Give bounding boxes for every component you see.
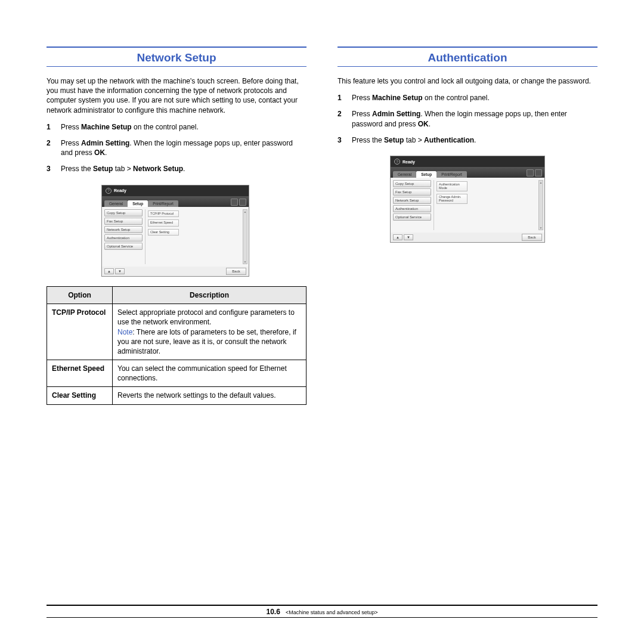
side-optional-service[interactable]: Optional Service — [104, 243, 143, 250]
tab-setup[interactable]: Setup — [128, 200, 148, 207]
table-row: Clear Setting Reverts the network settin… — [47, 387, 306, 404]
item-tcpip[interactable]: TCP/IP Protocol — [148, 210, 179, 218]
heading-network-setup: Network Setup — [47, 49, 306, 67]
ss-titlebar: ? Ready — [102, 185, 249, 196]
th-option: Option — [47, 286, 113, 304]
ss-body: Copy Setup Fax Setup Network Setup Authe… — [391, 178, 544, 233]
back-button[interactable]: Back — [226, 268, 246, 275]
ss-sidebar: Copy Setup Fax Setup Network Setup Authe… — [104, 209, 143, 264]
side-authentication[interactable]: Authentication — [104, 234, 143, 242]
tab-general[interactable]: General — [393, 171, 416, 178]
steps-network-setup: Press Machine Setup on the control panel… — [47, 122, 306, 180]
screenshot-authentication: ? Ready General Setup Print/Report Copy … — [390, 156, 545, 243]
nav-up-icon[interactable]: ▲ — [104, 268, 114, 274]
page-number: 10.6 — [266, 608, 280, 616]
toolbar-icon[interactable] — [231, 199, 238, 206]
ss-main: TCP/IP Protocol Ethernet Speed Clear Set… — [145, 209, 246, 264]
rule-top — [338, 47, 597, 48]
column-authentication: Authentication This feature lets you con… — [338, 47, 597, 405]
intro-network-setup: You may set up the network with the mach… — [47, 76, 306, 115]
side-copy-setup[interactable]: Copy Setup — [104, 209, 143, 216]
ss-sidebar: Copy Setup Fax Setup Network Setup Authe… — [393, 180, 431, 230]
tab-general[interactable]: General — [104, 200, 128, 207]
side-copy-setup[interactable]: Copy Setup — [393, 180, 431, 187]
ss-tabs: General Setup Print/Report — [391, 167, 544, 178]
table-row: Ethernet Speed You can select the commun… — [47, 360, 306, 387]
step-2: Press Admin Setting. When the login mess… — [338, 109, 597, 129]
ss-titlebar: ? Ready — [391, 156, 544, 167]
side-fax-setup[interactable]: Fax Setup — [393, 188, 431, 196]
opt-clear-setting: Clear Setting — [47, 387, 113, 404]
options-table: Option Description TCP/IP Protocol Selec… — [47, 286, 306, 405]
tab-print-report[interactable]: Print/Report — [436, 171, 467, 178]
toolbar-icon[interactable] — [535, 169, 542, 177]
intro-authentication: This feature lets you control and lock a… — [338, 76, 597, 86]
side-optional-service[interactable]: Optional Service — [393, 213, 431, 221]
step-1: Press Machine Setup on the control panel… — [338, 93, 597, 103]
nav-up-icon[interactable]: ▲ — [393, 234, 402, 240]
tab-setup[interactable]: Setup — [416, 171, 436, 178]
help-icon: ? — [106, 188, 112, 194]
toolbar-icon[interactable] — [527, 169, 534, 177]
item-auth-mode[interactable]: Authentication Mode — [436, 181, 467, 191]
opt-tcpip: TCP/IP Protocol — [47, 304, 113, 360]
chapter-title: <Machine status and advanced setup> — [286, 609, 378, 615]
item-change-admin-password[interactable]: Change Admin. Password — [436, 194, 467, 204]
screenshot-network-setup: ? Ready General Setup Print/Report Copy … — [101, 185, 249, 277]
step-3: Press the Setup tab > Network Setup. — [47, 164, 306, 174]
side-network-setup[interactable]: Network Setup — [104, 226, 143, 233]
step-3: Press the Setup tab > Authentication. — [338, 135, 597, 145]
ss-ready-label: Ready — [114, 188, 126, 193]
rule-top — [47, 47, 306, 48]
help-icon: ? — [394, 159, 400, 165]
ss-footer: ▲▼ Back — [102, 267, 249, 276]
side-authentication[interactable]: Authentication — [393, 205, 431, 212]
desc-ethernet-speed: You can select the communication speed f… — [113, 360, 306, 387]
opt-ethernet-speed: Ethernet Speed — [47, 360, 113, 387]
column-network-setup: Network Setup You may set up the network… — [47, 47, 306, 405]
nav-down-icon[interactable]: ▼ — [115, 268, 125, 274]
scrollbar[interactable] — [243, 209, 247, 264]
step-2: Press Admin Setting. When the login mess… — [47, 138, 306, 159]
ss-ready-label: Ready — [402, 160, 415, 164]
ss-main: Authentication Mode Change Admin. Passwo… — [434, 180, 542, 230]
side-fax-setup[interactable]: Fax Setup — [104, 218, 143, 225]
desc-clear-setting: Reverts the network settings to the defa… — [113, 387, 306, 404]
nav-down-icon[interactable]: ▼ — [404, 234, 413, 240]
step-1: Press Machine Setup on the control panel… — [47, 122, 306, 132]
desc-tcpip: Select appropriate protocol and configur… — [113, 304, 306, 360]
page-footer: 10.6 <Machine status and advanced setup> — [47, 605, 597, 618]
item-clear-setting[interactable]: Clear Setting — [148, 229, 179, 236]
item-ethernet-speed[interactable]: Ethernet Speed — [148, 219, 179, 227]
back-button[interactable]: Back — [522, 234, 542, 241]
heading-authentication: Authentication — [338, 49, 597, 67]
steps-authentication: Press Machine Setup on the control panel… — [338, 93, 597, 151]
th-description: Description — [113, 286, 306, 304]
toolbar-icon[interactable] — [239, 199, 246, 206]
side-network-setup[interactable]: Network Setup — [393, 197, 431, 204]
ss-footer: ▲▼ Back — [391, 233, 544, 242]
ss-tabs: General Setup Print/Report — [102, 196, 249, 207]
tab-print-report[interactable]: Print/Report — [148, 200, 178, 207]
scrollbar[interactable] — [538, 180, 543, 230]
ss-body: Copy Setup Fax Setup Network Setup Authe… — [102, 207, 249, 267]
table-row: TCP/IP Protocol Select appropriate proto… — [47, 304, 306, 360]
